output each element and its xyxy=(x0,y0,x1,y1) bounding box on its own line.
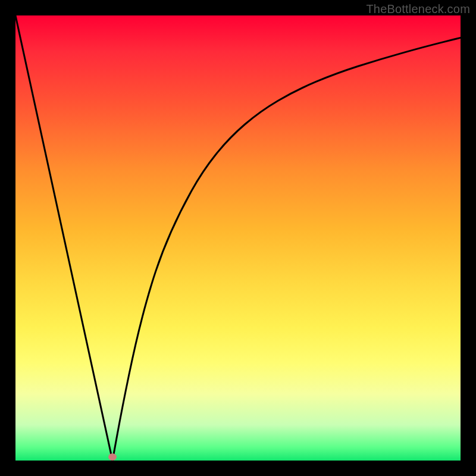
minimum-marker xyxy=(108,453,117,461)
curve-left-branch xyxy=(15,15,112,461)
curve-path-group xyxy=(15,15,461,461)
plot-area xyxy=(15,15,461,461)
chart-frame: TheBottleneck.com xyxy=(0,0,476,476)
curve-svg xyxy=(15,15,461,461)
curve-right-branch xyxy=(112,37,461,461)
watermark: TheBottleneck.com xyxy=(366,2,470,16)
